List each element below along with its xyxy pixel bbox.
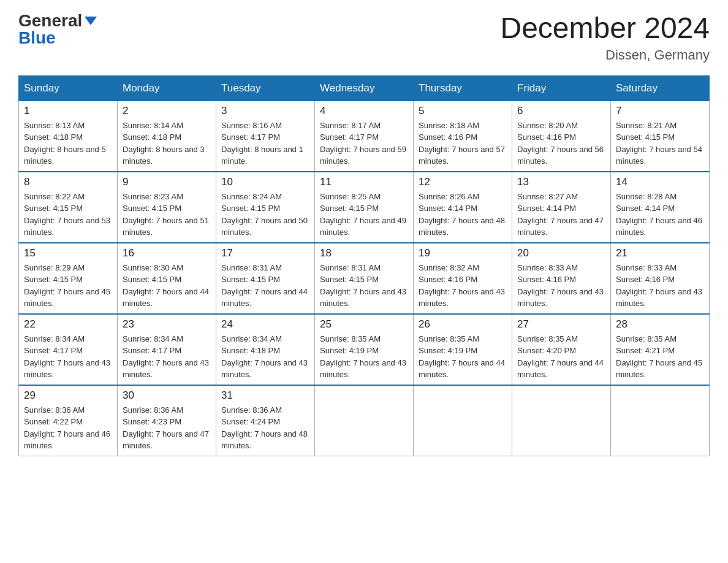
- header-thursday: Thursday: [414, 75, 512, 101]
- day-number: 29: [24, 389, 112, 402]
- logo-triangle-icon: [85, 17, 97, 25]
- day-number: 19: [419, 247, 507, 259]
- calendar-cell: 15Sunrise: 8:29 AMSunset: 4:15 PMDayligh…: [19, 243, 118, 314]
- day-number: 15: [24, 247, 112, 259]
- calendar-cell: 14Sunrise: 8:28 AMSunset: 4:14 PMDayligh…: [611, 172, 710, 243]
- day-number: 12: [419, 176, 507, 188]
- calendar-cell: 30Sunrise: 8:36 AMSunset: 4:23 PMDayligh…: [118, 385, 216, 456]
- day-info: Sunrise: 8:27 AMSunset: 4:14 PMDaylight:…: [517, 191, 605, 239]
- calendar-cell: 4Sunrise: 8:17 AMSunset: 4:17 PMDaylight…: [315, 101, 414, 172]
- day-number: 28: [616, 318, 704, 331]
- day-info: Sunrise: 8:31 AMSunset: 4:15 PMDaylight:…: [320, 262, 408, 310]
- day-info: Sunrise: 8:36 AMSunset: 4:24 PMDaylight:…: [221, 404, 309, 452]
- day-number: 14: [616, 176, 704, 188]
- day-number: 25: [320, 318, 408, 331]
- header-monday: Monday: [118, 75, 216, 101]
- day-number: 26: [419, 318, 507, 331]
- day-number: 1: [24, 105, 112, 117]
- day-info: Sunrise: 8:31 AMSunset: 4:15 PMDaylight:…: [221, 262, 309, 310]
- header-saturday: Saturday: [611, 75, 710, 101]
- day-number: 16: [123, 247, 211, 259]
- day-info: Sunrise: 8:30 AMSunset: 4:15 PMDaylight:…: [123, 262, 211, 310]
- logo-general: General: [18, 12, 82, 29]
- calendar-cell: 27Sunrise: 8:35 AMSunset: 4:20 PMDayligh…: [512, 314, 611, 385]
- calendar-week-row: 8Sunrise: 8:22 AMSunset: 4:15 PMDaylight…: [19, 172, 710, 243]
- day-number: 18: [320, 247, 408, 259]
- calendar-cell: 21Sunrise: 8:33 AMSunset: 4:16 PMDayligh…: [611, 243, 710, 314]
- calendar-table: SundayMondayTuesdayWednesdayThursdayFrid…: [18, 75, 710, 456]
- day-number: 11: [320, 176, 408, 188]
- day-number: 24: [221, 318, 309, 331]
- calendar-cell: 28Sunrise: 8:35 AMSunset: 4:21 PMDayligh…: [611, 314, 710, 385]
- header-wednesday: Wednesday: [315, 75, 414, 101]
- calendar-week-row: 15Sunrise: 8:29 AMSunset: 4:15 PMDayligh…: [19, 243, 710, 314]
- calendar-cell: 3Sunrise: 8:16 AMSunset: 4:17 PMDaylight…: [216, 101, 315, 172]
- calendar-cell: 22Sunrise: 8:34 AMSunset: 4:17 PMDayligh…: [19, 314, 118, 385]
- day-info: Sunrise: 8:13 AMSunset: 4:18 PMDaylight:…: [24, 120, 112, 167]
- day-info: Sunrise: 8:33 AMSunset: 4:16 PMDaylight:…: [517, 262, 605, 310]
- calendar-cell: 20Sunrise: 8:33 AMSunset: 4:16 PMDayligh…: [512, 243, 611, 314]
- header-tuesday: Tuesday: [216, 75, 315, 101]
- day-info: Sunrise: 8:35 AMSunset: 4:21 PMDaylight:…: [616, 333, 704, 381]
- day-info: Sunrise: 8:25 AMSunset: 4:15 PMDaylight:…: [320, 191, 408, 239]
- day-number: 20: [517, 247, 605, 259]
- day-info: Sunrise: 8:14 AMSunset: 4:18 PMDaylight:…: [123, 120, 211, 167]
- header-sunday: Sunday: [19, 75, 118, 101]
- day-info: Sunrise: 8:18 AMSunset: 4:16 PMDaylight:…: [419, 120, 507, 167]
- calendar-cell: 18Sunrise: 8:31 AMSunset: 4:15 PMDayligh…: [315, 243, 414, 314]
- day-info: Sunrise: 8:21 AMSunset: 4:15 PMDaylight:…: [616, 120, 704, 167]
- calendar-cell: 26Sunrise: 8:35 AMSunset: 4:19 PMDayligh…: [414, 314, 512, 385]
- logo: General Blue: [18, 12, 97, 47]
- calendar-header-row: SundayMondayTuesdayWednesdayThursdayFrid…: [19, 75, 710, 101]
- calendar-cell: 23Sunrise: 8:34 AMSunset: 4:17 PMDayligh…: [118, 314, 216, 385]
- day-number: 9: [123, 176, 211, 188]
- day-info: Sunrise: 8:24 AMSunset: 4:15 PMDaylight:…: [221, 191, 309, 239]
- day-info: Sunrise: 8:35 AMSunset: 4:19 PMDaylight:…: [419, 333, 507, 381]
- day-number: 7: [616, 105, 704, 117]
- calendar-cell: 8Sunrise: 8:22 AMSunset: 4:15 PMDaylight…: [19, 172, 118, 243]
- calendar-week-row: 29Sunrise: 8:36 AMSunset: 4:22 PMDayligh…: [19, 385, 710, 456]
- calendar-cell: 16Sunrise: 8:30 AMSunset: 4:15 PMDayligh…: [118, 243, 216, 314]
- calendar-cell: 19Sunrise: 8:32 AMSunset: 4:16 PMDayligh…: [414, 243, 512, 314]
- day-info: Sunrise: 8:36 AMSunset: 4:22 PMDaylight:…: [24, 404, 112, 452]
- day-number: 21: [616, 247, 704, 259]
- day-number: 8: [24, 176, 112, 188]
- calendar-cell: 25Sunrise: 8:35 AMSunset: 4:19 PMDayligh…: [315, 314, 414, 385]
- day-info: Sunrise: 8:28 AMSunset: 4:14 PMDaylight:…: [616, 191, 704, 239]
- header-friday: Friday: [512, 75, 611, 101]
- day-info: Sunrise: 8:36 AMSunset: 4:23 PMDaylight:…: [123, 404, 211, 452]
- calendar-week-row: 22Sunrise: 8:34 AMSunset: 4:17 PMDayligh…: [19, 314, 710, 385]
- calendar-title: December 2024: [500, 12, 710, 45]
- calendar-cell: 24Sunrise: 8:34 AMSunset: 4:18 PMDayligh…: [216, 314, 315, 385]
- day-info: Sunrise: 8:34 AMSunset: 4:17 PMDaylight:…: [24, 333, 112, 381]
- day-info: Sunrise: 8:17 AMSunset: 4:17 PMDaylight:…: [320, 120, 408, 167]
- day-number: 27: [517, 318, 605, 331]
- day-info: Sunrise: 8:23 AMSunset: 4:15 PMDaylight:…: [123, 191, 211, 239]
- day-info: Sunrise: 8:26 AMSunset: 4:14 PMDaylight:…: [419, 191, 507, 239]
- logo-blue: Blue: [18, 29, 56, 47]
- calendar-cell: 12Sunrise: 8:26 AMSunset: 4:14 PMDayligh…: [414, 172, 512, 243]
- calendar-cell: 10Sunrise: 8:24 AMSunset: 4:15 PMDayligh…: [216, 172, 315, 243]
- day-number: 13: [517, 176, 605, 188]
- day-number: 31: [221, 389, 309, 402]
- day-number: 6: [517, 105, 605, 117]
- day-number: 30: [123, 389, 211, 402]
- calendar-cell: 1Sunrise: 8:13 AMSunset: 4:18 PMDaylight…: [19, 101, 118, 172]
- day-info: Sunrise: 8:34 AMSunset: 4:18 PMDaylight:…: [221, 333, 309, 381]
- calendar-cell: [315, 385, 414, 456]
- calendar-cell: [611, 385, 710, 456]
- day-info: Sunrise: 8:20 AMSunset: 4:16 PMDaylight:…: [517, 120, 605, 167]
- calendar-cell: 7Sunrise: 8:21 AMSunset: 4:15 PMDaylight…: [611, 101, 710, 172]
- calendar-week-row: 1Sunrise: 8:13 AMSunset: 4:18 PMDaylight…: [19, 101, 710, 172]
- day-number: 22: [24, 318, 112, 331]
- day-info: Sunrise: 8:34 AMSunset: 4:17 PMDaylight:…: [123, 333, 211, 381]
- calendar-subtitle: Dissen, Germany: [500, 47, 710, 63]
- calendar-cell: 29Sunrise: 8:36 AMSunset: 4:22 PMDayligh…: [19, 385, 118, 456]
- day-info: Sunrise: 8:35 AMSunset: 4:19 PMDaylight:…: [320, 333, 408, 381]
- calendar-cell: 9Sunrise: 8:23 AMSunset: 4:15 PMDaylight…: [118, 172, 216, 243]
- calendar-cell: 13Sunrise: 8:27 AMSunset: 4:14 PMDayligh…: [512, 172, 611, 243]
- day-info: Sunrise: 8:16 AMSunset: 4:17 PMDaylight:…: [221, 120, 309, 167]
- day-info: Sunrise: 8:33 AMSunset: 4:16 PMDaylight:…: [616, 262, 704, 310]
- calendar-cell: 17Sunrise: 8:31 AMSunset: 4:15 PMDayligh…: [216, 243, 315, 314]
- calendar-cell: 6Sunrise: 8:20 AMSunset: 4:16 PMDaylight…: [512, 101, 611, 172]
